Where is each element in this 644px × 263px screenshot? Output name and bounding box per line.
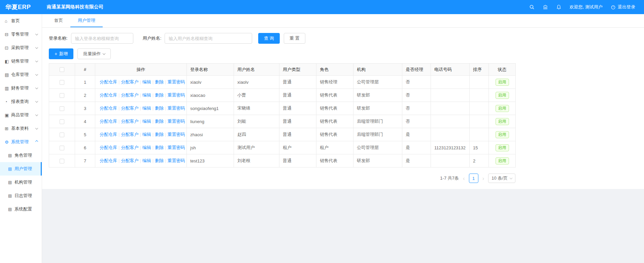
sidebar-item-warehouse[interactable]: ▤仓库管理 (0, 68, 42, 81)
current-page-button[interactable]: 1 (469, 174, 478, 183)
assign-warehouse-link[interactable]: 分配仓库 (100, 119, 117, 124)
assign-customer-link[interactable]: 分配客户 (121, 79, 138, 84)
assign-warehouse-link[interactable]: 分配仓库 (100, 145, 117, 150)
cell-user-name: 赵四 (234, 128, 279, 141)
delete-link[interactable]: 删除 (155, 158, 164, 163)
page-size-select[interactable]: 10 条/页 (488, 174, 515, 183)
welcome-user[interactable]: 欢迎您, 测试用户 (570, 4, 603, 10)
page-layout: ⌂首页⊟零售管理⊡采购管理◧销售管理▤仓库管理▥财务管理◔报表查询▣商品管理⊞基… (0, 14, 644, 263)
reset-password-link[interactable]: 重置密码 (168, 79, 185, 84)
sidebar-subitem-user[interactable]: ▤用户管理 (0, 162, 42, 176)
cell-user-type: 普通 (279, 76, 316, 89)
delete-link[interactable]: 删除 (155, 79, 164, 84)
edit-link[interactable]: 编辑 (142, 132, 151, 137)
cell-role: 销售代表 (316, 128, 353, 141)
row-checkbox[interactable] (60, 159, 64, 163)
delete-link[interactable]: 删除 (155, 106, 164, 111)
sidebar-item-system[interactable]: ⚙系统管理 (0, 135, 42, 149)
cell-login-name: liuneng (187, 115, 234, 128)
delete-link[interactable]: 删除 (155, 132, 164, 137)
assign-warehouse-link[interactable]: 分配仓库 (100, 132, 117, 137)
sidebar-item-finance[interactable]: ▥财务管理 (0, 81, 42, 95)
sidebar-item-basic[interactable]: ⊞基本资料 (0, 122, 42, 135)
row-select-cell (49, 102, 75, 115)
sidebar-item-home[interactable]: ⌂首页 (0, 14, 42, 28)
cell-organization: 后端管理部门 (353, 128, 402, 141)
select-all-checkbox[interactable] (60, 67, 64, 72)
assign-customer-link[interactable]: 分配客户 (121, 158, 138, 163)
assign-customer-link[interactable]: 分配客户 (121, 145, 138, 150)
cell-phone-number (431, 128, 470, 141)
edit-link[interactable]: 编辑 (142, 79, 151, 84)
bank-icon[interactable] (543, 4, 548, 10)
row-checkbox[interactable] (60, 93, 64, 98)
cell-organization: 公司管理层 (353, 76, 402, 89)
reset-password-link[interactable]: 重置密码 (168, 119, 185, 124)
status-badge: 启用 (496, 79, 509, 86)
table-row: 7分配仓库|分配客户|编辑|删除|重置密码test123刘老根普通销售代表研发部… (49, 154, 516, 167)
sidebar-item-label: 仓库管理 (11, 72, 36, 78)
next-page-button[interactable]: › (482, 176, 485, 181)
sidebar-item-retail[interactable]: ⊟零售管理 (0, 28, 42, 41)
cell-sort-order (470, 128, 489, 141)
cell-sort-order: 2 (470, 154, 489, 167)
search-icon[interactable] (529, 4, 535, 10)
reset-password-link[interactable]: 重置密码 (168, 106, 185, 111)
doc-icon: ▤ (8, 166, 14, 171)
sidebar-subitem-org[interactable]: ▤机构管理 (0, 176, 42, 189)
row-index: 5 (75, 128, 95, 141)
sidebar-item-report[interactable]: ◔报表查询 (0, 95, 42, 108)
query-button[interactable]: 查 询 (258, 33, 280, 44)
delete-link[interactable]: 删除 (155, 119, 164, 124)
assign-customer-link[interactable]: 分配客户 (121, 92, 138, 98)
row-checkbox[interactable] (60, 119, 64, 124)
reset-password-link[interactable]: 重置密码 (168, 92, 185, 98)
row-index: 4 (75, 115, 95, 128)
cell-role: 销售代表 (316, 89, 353, 102)
sidebar-subitem-role[interactable]: ▤角色管理 (0, 149, 42, 162)
reset-button[interactable]: 重 置 (284, 33, 305, 44)
sidebar-subitem-log[interactable]: ▤日志管理 (0, 189, 42, 202)
sidebar-item-purchase[interactable]: ⊡采购管理 (0, 41, 42, 54)
tab-user-management[interactable]: 用户管理 (70, 14, 103, 27)
assign-customer-link[interactable]: 分配客户 (121, 106, 138, 111)
column-header: 用户类型 (279, 64, 316, 76)
assign-warehouse-link[interactable]: 分配仓库 (100, 92, 117, 98)
header-actions: 欢迎您, 测试用户 退出登录 (529, 4, 644, 10)
delete-link[interactable]: 删除 (155, 145, 164, 150)
batch-actions-button[interactable]: 批量操作 (77, 48, 111, 59)
op-separator: | (140, 92, 141, 98)
sidebar-item-goods[interactable]: ▣商品管理 (0, 108, 42, 122)
user-name-input[interactable] (165, 33, 252, 44)
assign-warehouse-link[interactable]: 分配仓库 (100, 158, 117, 163)
assign-customer-link[interactable]: 分配客户 (121, 132, 138, 137)
assign-warehouse-link[interactable]: 分配仓库 (100, 79, 117, 84)
prev-page-button[interactable]: ‹ (462, 176, 466, 181)
login-name-input[interactable] (71, 33, 133, 44)
reset-password-link[interactable]: 重置密码 (168, 145, 185, 150)
chevron-down-icon (35, 100, 38, 103)
tab-home[interactable]: 首页 (47, 14, 70, 27)
add-button[interactable]: + 新增 (49, 48, 73, 59)
welcome-user-label: 欢迎您, 测试用户 (570, 4, 603, 10)
reset-password-link[interactable]: 重置密码 (168, 132, 185, 137)
logout-button[interactable]: 退出登录 (611, 4, 635, 10)
assign-customer-link[interactable]: 分配客户 (121, 119, 138, 124)
chevron-down-icon (35, 86, 38, 89)
row-checkbox[interactable] (60, 80, 64, 85)
bell-icon[interactable] (556, 4, 562, 10)
row-checkbox[interactable] (60, 133, 64, 137)
edit-link[interactable]: 编辑 (142, 106, 151, 111)
assign-warehouse-link[interactable]: 分配仓库 (100, 106, 117, 111)
edit-link[interactable]: 编辑 (142, 92, 151, 98)
edit-link[interactable]: 编辑 (142, 145, 151, 150)
row-checkbox[interactable] (60, 106, 64, 111)
select-all-header (49, 64, 75, 76)
delete-link[interactable]: 删除 (155, 92, 164, 98)
row-checkbox[interactable] (60, 146, 64, 150)
sidebar-subitem-config[interactable]: ▤系统配置 (0, 202, 42, 216)
edit-link[interactable]: 编辑 (142, 158, 151, 163)
edit-link[interactable]: 编辑 (142, 119, 151, 124)
sidebar-item-sales[interactable]: ◧销售管理 (0, 54, 42, 68)
reset-password-link[interactable]: 重置密码 (168, 158, 185, 163)
